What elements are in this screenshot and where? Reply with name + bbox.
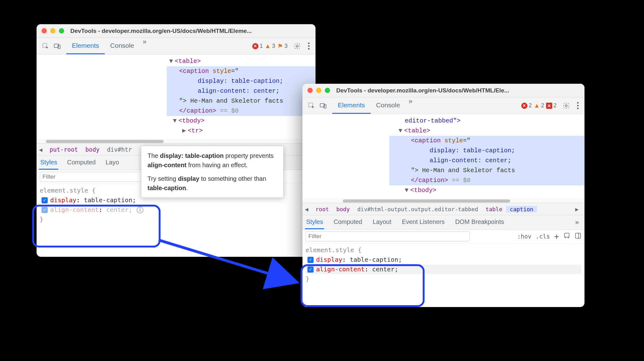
breadcrumb: ◀ root body div#html-output.output.edito… bbox=[302, 203, 584, 215]
tabs-overflow-icon[interactable]: » bbox=[406, 97, 416, 114]
minimize-window-button[interactable] bbox=[316, 88, 321, 93]
svg-rect-8 bbox=[565, 233, 569, 237]
window-title: DevTools - developer.mozilla.org/en-US/d… bbox=[336, 87, 509, 94]
close-window-button[interactable] bbox=[42, 28, 47, 33]
tab-elements[interactable]: Elements bbox=[332, 97, 371, 114]
settings-icon[interactable] bbox=[292, 41, 302, 51]
computed-sidebar-icon[interactable] bbox=[575, 232, 581, 240]
breadcrumb-next-icon[interactable]: ▶ bbox=[575, 206, 582, 212]
toolbar: Elements Console » ✕1 ▲3 ⚑3 bbox=[37, 38, 315, 55]
hover-toggle[interactable]: :hov bbox=[517, 233, 532, 240]
breadcrumb-prev-icon[interactable]: ◀ bbox=[39, 146, 46, 153]
error-count: 1 bbox=[260, 43, 263, 49]
rule-selector[interactable]: element.style { bbox=[306, 245, 581, 255]
error-count: 2 bbox=[529, 102, 532, 109]
warning-icon: ▲ bbox=[265, 43, 271, 49]
tab-elements[interactable]: Elements bbox=[66, 38, 105, 54]
subtab-computed[interactable]: Computed bbox=[66, 156, 97, 170]
svg-rect-9 bbox=[576, 233, 581, 238]
flag-icon: ⚑ bbox=[277, 43, 283, 49]
device-toolbar-icon[interactable] bbox=[318, 100, 329, 111]
traffic-lights bbox=[307, 88, 330, 93]
filter-tools: :hov .cls + bbox=[517, 232, 581, 241]
subtabs-overflow-icon[interactable]: » bbox=[572, 218, 582, 226]
new-style-rule-icon[interactable]: + bbox=[554, 232, 559, 241]
panel-tabs: Elements Console » bbox=[332, 97, 416, 114]
more-menu-icon[interactable] bbox=[575, 102, 581, 109]
status-badges[interactable]: ✕1 ▲3 ⚑3 bbox=[252, 43, 288, 49]
styles-subtabs: Styles Computed Layout Event Listeners D… bbox=[302, 215, 584, 230]
maximize-window-button[interactable] bbox=[59, 28, 64, 33]
filter-row: :hov .cls + bbox=[302, 230, 584, 243]
subtab-styles[interactable]: Styles bbox=[305, 215, 324, 229]
breadcrumb-body[interactable]: body bbox=[82, 146, 104, 153]
subtab-computed[interactable]: Computed bbox=[332, 215, 363, 229]
settings-icon[interactable] bbox=[561, 100, 571, 111]
rendering-emulation-icon[interactable] bbox=[563, 232, 570, 240]
breadcrumb-caption[interactable]: caption bbox=[506, 206, 537, 212]
tab-console[interactable]: Console bbox=[105, 38, 140, 54]
toolbar: Elements Console » ✕2 ▲2 ✕2 bbox=[302, 97, 584, 114]
breadcrumb-prev-icon[interactable]: ◀ bbox=[305, 206, 312, 212]
horizontal-scrollbar[interactable] bbox=[302, 198, 584, 203]
maximize-window-button[interactable] bbox=[325, 88, 330, 93]
breadcrumb-body[interactable]: body bbox=[333, 206, 353, 212]
breadcrumb-div[interactable]: div#htr bbox=[103, 146, 135, 153]
warning-icon: ▲ bbox=[534, 103, 540, 109]
devtools-window-a: DevTools - developer.mozilla.org/en-US/d… bbox=[37, 24, 315, 257]
warning-count: 2 bbox=[541, 102, 544, 109]
property-toggle-checkbox[interactable]: ✓ bbox=[307, 257, 314, 263]
svg-rect-6 bbox=[324, 105, 326, 108]
styles-filter-input[interactable] bbox=[306, 231, 470, 241]
titlebar: DevTools - developer.mozilla.org/en-US/d… bbox=[302, 84, 584, 97]
subtab-event-listeners[interactable]: Event Listeners bbox=[401, 215, 446, 229]
warning-count: 3 bbox=[272, 43, 275, 49]
svg-point-7 bbox=[565, 105, 567, 107]
inspect-element-icon[interactable] bbox=[40, 41, 51, 51]
traffic-lights bbox=[42, 28, 64, 33]
rule-close: } bbox=[40, 215, 312, 224]
dom-tree[interactable]: ▼<table> <caption style=" display: table… bbox=[37, 55, 315, 139]
titlebar: DevTools - developer.mozilla.org/en-US/d… bbox=[37, 24, 315, 38]
breadcrumb-root[interactable]: put-root bbox=[46, 146, 82, 153]
issue-count: 2 bbox=[554, 102, 557, 109]
rule-close: } bbox=[306, 274, 581, 284]
subtab-styles[interactable]: Styles bbox=[39, 156, 58, 170]
minimize-window-button[interactable] bbox=[50, 28, 55, 33]
class-toggle[interactable]: .cls bbox=[536, 233, 550, 240]
error-icon: ✕ bbox=[252, 43, 258, 49]
more-menu-icon[interactable] bbox=[306, 42, 312, 50]
flag-count: 3 bbox=[285, 43, 288, 49]
info-icon[interactable]: i bbox=[137, 207, 143, 213]
close-window-button[interactable] bbox=[307, 88, 313, 93]
error-icon: ✕ bbox=[521, 103, 527, 109]
tabs-overflow-icon[interactable]: » bbox=[140, 38, 150, 54]
property-toggle-checkbox[interactable]: ✓ bbox=[42, 207, 48, 213]
inspect-element-icon[interactable] bbox=[306, 100, 317, 111]
device-toolbar-icon[interactable] bbox=[52, 41, 63, 51]
tab-console[interactable]: Console bbox=[371, 97, 406, 114]
styles-rules[interactable]: element.style { ✓ display: table-caption… bbox=[302, 243, 584, 288]
svg-point-3 bbox=[296, 45, 298, 47]
horizontal-scrollbar[interactable] bbox=[37, 139, 315, 143]
breadcrumb-div[interactable]: div#html-output.output.editor-tabbed bbox=[354, 206, 482, 212]
subtab-layout[interactable]: Layo bbox=[104, 156, 120, 170]
property-toggle-checkbox[interactable]: ✓ bbox=[307, 266, 314, 273]
breadcrumb-table[interactable]: table bbox=[482, 206, 506, 212]
dom-tree[interactable]: editor-tabbed"> ▼<table> <caption style=… bbox=[302, 114, 584, 198]
panel-tabs: Elements Console » bbox=[66, 38, 150, 54]
property-hint-tooltip: The display: table-caption property prev… bbox=[141, 146, 284, 198]
breadcrumb-root[interactable]: root bbox=[312, 206, 333, 212]
subtab-layout[interactable]: Layout bbox=[372, 215, 393, 229]
svg-rect-2 bbox=[58, 45, 60, 49]
subtab-dom-breakpoints[interactable]: DOM Breakpoints bbox=[454, 215, 505, 229]
status-badges[interactable]: ✕2 ▲2 ✕2 bbox=[521, 102, 557, 109]
dom-tag-table[interactable]: <table> bbox=[175, 58, 201, 65]
issue-icon: ✕ bbox=[546, 103, 552, 109]
property-toggle-checkbox[interactable]: ✓ bbox=[42, 197, 48, 203]
devtools-window-b: DevTools - developer.mozilla.org/en-US/d… bbox=[302, 84, 584, 307]
window-title: DevTools - developer.mozilla.org/en-US/d… bbox=[70, 28, 252, 34]
